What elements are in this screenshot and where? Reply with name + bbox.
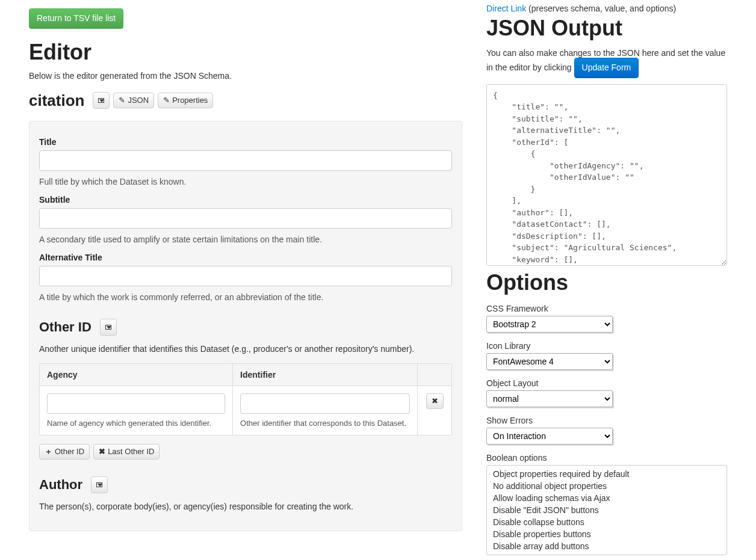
author-collapse-button[interactable] bbox=[91, 476, 108, 493]
delete-row-button[interactable]: ✖ bbox=[426, 393, 444, 409]
edit-json-button[interactable]: ✎JSON bbox=[113, 93, 154, 108]
boolean-option-item[interactable]: Disable properties buttons bbox=[489, 528, 724, 540]
show-errors-select[interactable]: On Interaction bbox=[486, 428, 613, 445]
delete-last-other-id-label: Last Other ID bbox=[108, 447, 154, 456]
return-to-tsv-button[interactable]: Return to TSV file list bbox=[29, 8, 123, 29]
agency-input[interactable] bbox=[47, 393, 225, 414]
citation-collapse-button[interactable] bbox=[93, 92, 110, 109]
alternative-title-label: Alternative Title bbox=[39, 253, 452, 262]
show-errors-label: Show Errors bbox=[486, 416, 727, 425]
json-output-heading: JSON Output bbox=[486, 16, 727, 41]
citation-panel: Title Full title by which the Dataset is… bbox=[29, 121, 462, 532]
citation-title: citation bbox=[29, 91, 84, 110]
add-other-id-label: Other ID bbox=[55, 447, 84, 456]
other-id-table: Agency Identifier Name of agency which g… bbox=[39, 363, 452, 435]
options-heading: Options bbox=[486, 270, 727, 295]
other-id-collapse-button[interactable] bbox=[100, 319, 117, 336]
icon-library-label: Icon Library bbox=[486, 341, 727, 351]
caret-down-icon bbox=[96, 482, 102, 487]
identifier-input[interactable] bbox=[240, 393, 410, 414]
alternative-title-help: A title by which the work is commonly re… bbox=[39, 292, 452, 302]
css-framework-label: CSS Framework bbox=[486, 304, 727, 313]
col-header-identifier: Identifier bbox=[233, 364, 418, 386]
subtitle-help: A secondary title used to amplify or sta… bbox=[39, 235, 452, 244]
boolean-option-item[interactable]: Disable array add buttons bbox=[489, 540, 724, 552]
caret-down-icon bbox=[105, 325, 111, 330]
update-form-button[interactable]: Update Form bbox=[574, 58, 639, 78]
subtitle-label: Subtitle bbox=[39, 195, 452, 205]
icon-library-select[interactable]: FontAwesome 4 bbox=[486, 353, 613, 370]
direct-link[interactable]: Direct Link bbox=[486, 4, 526, 13]
author-heading: Author bbox=[39, 477, 82, 493]
boolean-option-item[interactable]: Disable collapse buttons bbox=[489, 516, 724, 528]
caret-down-icon bbox=[98, 98, 104, 103]
agency-help: Name of agency which generated this iden… bbox=[47, 419, 225, 428]
properties-label: Properties bbox=[172, 96, 208, 105]
object-layout-select[interactable]: normal bbox=[486, 390, 613, 407]
boolean-option-item[interactable]: No additional object properties bbox=[489, 480, 724, 492]
json-output-textarea[interactable] bbox=[486, 84, 727, 266]
pencil-icon: ✎ bbox=[119, 96, 125, 105]
boolean-option-item[interactable]: Allow loading schemas via Ajax bbox=[489, 492, 724, 504]
citation-toolbar: citation ✎JSON ✎Properties bbox=[29, 91, 462, 110]
properties-button[interactable]: ✎Properties bbox=[158, 93, 213, 108]
col-header-agency: Agency bbox=[40, 364, 233, 386]
title-label: Title bbox=[39, 137, 452, 147]
add-other-id-button[interactable]: ＋Other ID bbox=[39, 444, 90, 460]
table-row: Name of agency which generated this iden… bbox=[40, 386, 451, 435]
editor-intro: Below is the editor generated from the J… bbox=[29, 71, 462, 81]
css-framework-select[interactable]: Bootstrap 2 bbox=[486, 316, 613, 333]
pencil-icon: ✎ bbox=[163, 96, 170, 105]
direct-link-note: (preserves schema, value, and options) bbox=[526, 4, 676, 13]
identifier-help: Other identifier that corresponds to thi… bbox=[240, 419, 410, 428]
title-help: Full title by which the Dataset is known… bbox=[39, 177, 452, 186]
title-input[interactable] bbox=[39, 150, 452, 171]
edit-json-label: JSON bbox=[128, 96, 149, 105]
other-id-heading: Other ID bbox=[39, 319, 91, 335]
close-icon: ✖ bbox=[432, 396, 438, 405]
author-desc: The person(s), corporate body(ies), or a… bbox=[39, 502, 452, 511]
editor-heading: Editor bbox=[29, 40, 462, 65]
boolean-options-list[interactable]: Object properties required by defaultNo … bbox=[486, 465, 727, 555]
subtitle-input[interactable] bbox=[39, 208, 452, 229]
boolean-options-label: Boolean options bbox=[486, 453, 727, 463]
other-id-desc: Another unique identifier that identifie… bbox=[39, 344, 452, 354]
alternative-title-input[interactable] bbox=[39, 266, 452, 286]
boolean-option-item[interactable]: Disable "Edit JSON" buttons bbox=[489, 504, 724, 516]
plus-icon: ＋ bbox=[45, 447, 52, 456]
object-layout-label: Object Layout bbox=[486, 378, 727, 388]
delete-last-other-id-button[interactable]: ✖Last Other ID bbox=[93, 444, 160, 460]
close-icon: ✖ bbox=[99, 447, 105, 456]
col-header-actions bbox=[418, 364, 451, 386]
boolean-option-item[interactable]: Object properties required by default bbox=[489, 468, 724, 480]
